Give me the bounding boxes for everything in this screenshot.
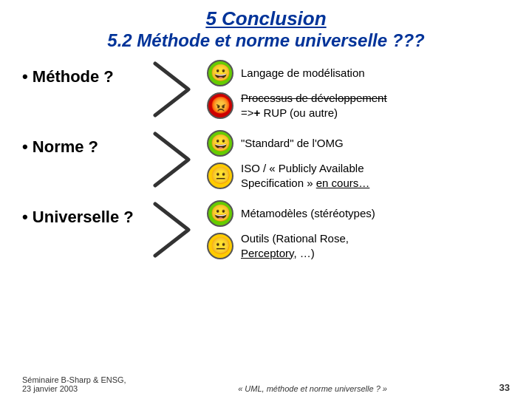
bullet-section-methode: • Méthode ? 😀 Langage de modélisation 😡 … — [22, 60, 510, 120]
bullet-section-universelle: • Universelle ? 😀 Métamodèles (stéréotyp… — [22, 200, 510, 260]
item-text-processus: Processus de développement =>+ RUP (ou a… — [241, 91, 387, 120]
footer-left: Séminaire B-Sharp & ENSG,23 janvier 2003 — [22, 375, 126, 393]
title-block: 5 Conclusion 5.2 Méthode et norme univer… — [22, 7, 510, 51]
title-line2: 5.2 Méthode et norme universelle ??? — [22, 30, 510, 51]
items-norme: 😀 "Standard" de l'OMG 😐 ISO / « Publicly… — [207, 130, 510, 190]
item-row: 😀 Langage de modélisation — [207, 60, 510, 86]
item-row: 😐 ISO / « Publicly AvailableSpecificatio… — [207, 161, 510, 190]
item-row: 😀 "Standard" de l'OMG — [207, 130, 510, 157]
smiley-happy: 😀 — [207, 60, 233, 86]
items-methode: 😀 Langage de modélisation 😡 Processus de… — [207, 60, 510, 120]
underline-text: en cours… — [316, 177, 370, 189]
item-text-iso: ISO / « Publicly AvailableSpecification … — [241, 161, 369, 190]
smiley-neutral: 😐 — [207, 163, 233, 189]
arrow-methode — [140, 60, 207, 119]
footer-center: « UML, méthode et norme universelle ? » — [238, 384, 387, 393]
arrow-universelle — [140, 200, 207, 259]
strikethrough-text: Processus de développement — [241, 92, 387, 104]
arrow-norme — [140, 130, 207, 189]
perceptory-link: Perceptory — [241, 247, 293, 259]
item-text-meta: Métamodèles (stéréotypes) — [241, 206, 375, 221]
smiley-happy: 😀 — [207, 130, 233, 157]
slide: 5 Conclusion 5.2 Méthode et norme univer… — [0, 0, 532, 399]
rup-text: =>+ RUP (ou autre) — [241, 106, 338, 119]
item-row: 😡 Processus de développement =>+ RUP (ou… — [207, 91, 510, 120]
item-text-outils: Outils (Rational Rose,Perceptory, …) — [241, 231, 349, 260]
item-row: 😀 Métamodèles (stéréotypes) — [207, 200, 510, 227]
smiley-happy: 😀 — [207, 200, 233, 227]
footer: Séminaire B-Sharp & ENSG,23 janvier 2003… — [22, 375, 510, 393]
bullet-label-methode: • Méthode ? — [22, 60, 140, 86]
item-text-standard: "Standard" de l'OMG — [241, 136, 344, 151]
smiley-sad: 😡 — [207, 92, 233, 119]
title-line1: 5 Conclusion — [22, 7, 510, 30]
item-text-langage: Langage de modélisation — [241, 66, 365, 81]
bullet-label-norme: • Norme ? — [22, 130, 140, 157]
bullet-label-universelle: • Universelle ? — [22, 200, 140, 227]
smiley-neutral: 😐 — [207, 233, 233, 259]
items-universelle: 😀 Métamodèles (stéréotypes) 😐 Outils (Ra… — [207, 200, 510, 260]
footer-right: 33 — [499, 382, 510, 393]
content-area: • Méthode ? 😀 Langage de modélisation 😡 … — [22, 60, 510, 266]
bullet-section-norme: • Norme ? 😀 "Standard" de l'OMG 😐 ISO / … — [22, 130, 510, 190]
item-row: 😐 Outils (Rational Rose,Perceptory, …) — [207, 231, 510, 260]
